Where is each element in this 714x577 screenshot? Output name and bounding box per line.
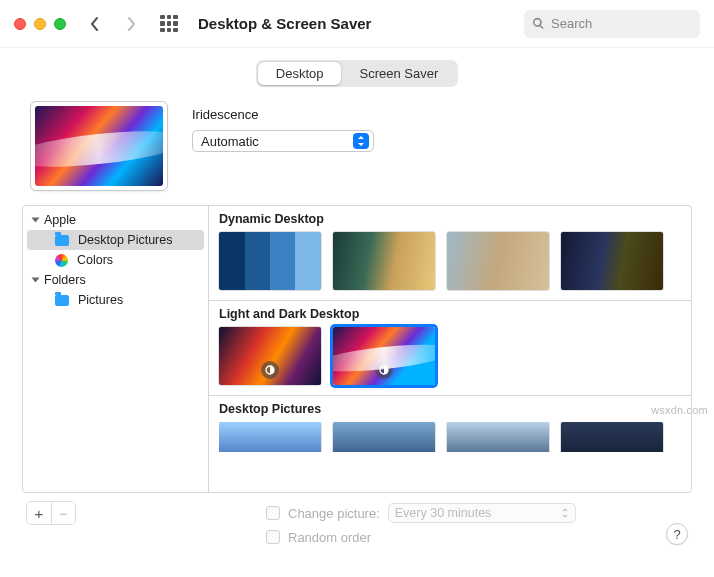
gallery-section-light-dark: Light and Dark Desktop	[209, 301, 691, 396]
sidebar-item-desktop-pictures[interactable]: Desktop Pictures	[27, 230, 204, 250]
change-picture-label: Change picture:	[288, 506, 380, 521]
add-folder-button[interactable]: +	[27, 502, 51, 524]
disclosure-triangle-icon	[32, 278, 40, 283]
wallpaper-thumb[interactable]	[447, 422, 549, 452]
sidebar-item-label: Colors	[77, 253, 113, 267]
change-interval-value: Every 30 minutes	[395, 506, 492, 520]
tab-desktop[interactable]: Desktop	[258, 62, 342, 85]
forward-button[interactable]	[118, 11, 144, 37]
minimize-button[interactable]	[34, 18, 46, 30]
tab-screen-saver[interactable]: Screen Saver	[341, 62, 456, 85]
titlebar: Desktop & Screen Saver Search	[0, 0, 714, 48]
add-remove-folder-control: + −	[26, 501, 76, 525]
sidebar-group-apple[interactable]: Apple	[23, 210, 208, 230]
sidebar-item-label: Desktop Pictures	[78, 233, 172, 247]
updown-icon	[353, 133, 369, 149]
wallpaper-thumb[interactable]	[219, 422, 321, 452]
gallery-section-title: Light and Dark Desktop	[219, 307, 681, 321]
gallery-section-title: Dynamic Desktop	[219, 212, 681, 226]
sidebar-group-label: Apple	[44, 213, 76, 227]
help-button[interactable]: ?	[666, 523, 688, 545]
show-all-icon[interactable]	[160, 15, 178, 33]
bottom-bar: + − Change picture: Every 30 minutes Ran…	[0, 493, 714, 549]
main-panel: Apple Desktop Pictures Colors Folders Pi…	[22, 205, 692, 493]
folder-icon	[55, 235, 69, 246]
wallpaper-gallery: Dynamic Desktop Light and Dark Desktop D…	[209, 206, 691, 492]
source-sidebar: Apple Desktop Pictures Colors Folders Pi…	[23, 206, 209, 492]
close-button[interactable]	[14, 18, 26, 30]
window-traffic-lights	[14, 18, 66, 30]
sidebar-item-colors[interactable]: Colors	[27, 250, 204, 270]
gallery-section-dynamic: Dynamic Desktop	[209, 206, 691, 301]
updown-icon	[561, 508, 569, 518]
wallpaper-thumb[interactable]	[333, 232, 435, 290]
wallpaper-thumb[interactable]	[561, 232, 663, 290]
wallpaper-thumb[interactable]	[333, 422, 435, 452]
change-interval-select: Every 30 minutes	[388, 503, 576, 523]
gallery-section-title: Desktop Pictures	[219, 402, 681, 416]
wallpaper-thumb[interactable]	[561, 422, 663, 452]
search-field[interactable]: Search	[524, 10, 700, 38]
random-order-checkbox[interactable]	[266, 530, 280, 544]
search-placeholder: Search	[551, 16, 592, 31]
wallpaper-thumb[interactable]	[447, 232, 549, 290]
random-order-label: Random order	[288, 530, 371, 545]
gallery-section-desktop-pictures: Desktop Pictures	[209, 396, 691, 462]
tab-bar: Desktop Screen Saver	[0, 48, 714, 95]
current-wallpaper-section: Iridescence Automatic	[0, 95, 714, 205]
sidebar-group-label: Folders	[44, 273, 86, 287]
search-icon	[532, 17, 545, 30]
sidebar-item-pictures[interactable]: Pictures	[27, 290, 204, 310]
appearance-mode-select[interactable]: Automatic	[192, 130, 374, 152]
change-picture-checkbox[interactable]	[266, 506, 280, 520]
wallpaper-thumb[interactable]	[219, 327, 321, 385]
wallpaper-thumb-selected[interactable]	[333, 327, 435, 385]
zoom-button[interactable]	[54, 18, 66, 30]
current-wallpaper-preview	[30, 101, 168, 191]
wallpaper-thumb[interactable]	[219, 232, 321, 290]
sidebar-item-label: Pictures	[78, 293, 123, 307]
disclosure-triangle-icon	[32, 218, 40, 223]
watermark-text: wsxdn.com	[651, 404, 708, 416]
folder-icon	[55, 295, 69, 306]
remove-folder-button[interactable]: −	[51, 502, 75, 524]
appearance-mode-value: Automatic	[201, 134, 259, 149]
sidebar-group-folders[interactable]: Folders	[23, 270, 208, 290]
colorwheel-icon	[55, 254, 68, 267]
back-button[interactable]	[82, 11, 108, 37]
dynamic-badge-icon	[261, 361, 279, 379]
window-title: Desktop & Screen Saver	[198, 15, 371, 32]
dynamic-badge-icon	[375, 361, 393, 379]
wallpaper-name-label: Iridescence	[192, 107, 684, 122]
